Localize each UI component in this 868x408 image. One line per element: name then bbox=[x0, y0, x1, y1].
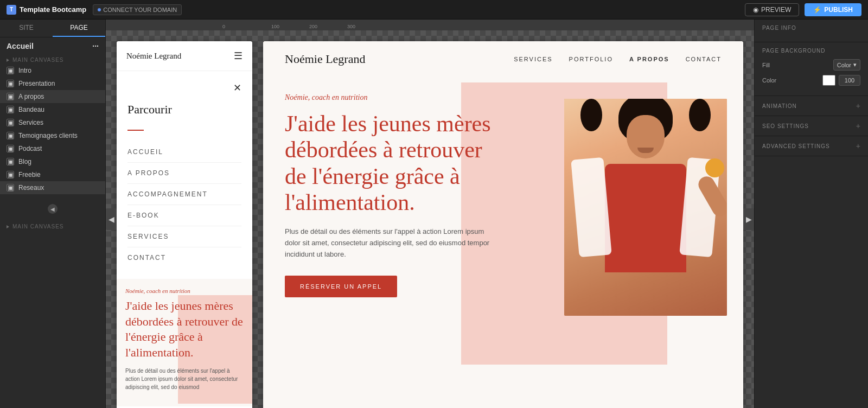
mobile-menu-item-accompagnement[interactable]: ACCOMPAGNEMENT bbox=[127, 184, 241, 205]
ruler-200: 200 bbox=[309, 24, 317, 29]
rp-animation-expand-icon: + bbox=[856, 101, 860, 110]
desktop-nav: Noémie Legrand SERVICES PORTFOLIO A PROP… bbox=[263, 41, 743, 77]
app-logo: T Template Bootcamp bbox=[7, 5, 86, 15]
domain-btn-label: CONNECT YOUR DOMAIN bbox=[103, 7, 177, 13]
mobile-menu-title: Parcourir bbox=[127, 103, 241, 117]
rp-seo-expand-icon: + bbox=[856, 122, 860, 130]
mobile-hero-subtitle: Noémie, coach en nutrition bbox=[125, 288, 244, 294]
mobile-menu-close-button[interactable]: ✕ bbox=[127, 82, 241, 94]
rp-advanced-section[interactable]: ADVANCED SETTINGS + bbox=[755, 136, 868, 156]
item-label-presentation: Presentation bbox=[18, 80, 55, 87]
rp-color-label: Color bbox=[762, 77, 776, 84]
rp-fill-type-value: Color bbox=[837, 62, 851, 68]
chevron-down-icon: ▾ bbox=[853, 61, 857, 68]
canvas-area: 0 100 200 300 ◀ Noémie Legrand ☰ ✕ Parco… bbox=[106, 20, 754, 408]
page-name-label: Accueil bbox=[7, 42, 34, 50]
rp-fill-type-select[interactable]: Color ▾ bbox=[833, 59, 860, 71]
canvas-scroll-right-button[interactable]: ▶ bbox=[743, 208, 754, 230]
section-label-main-canvases-1: MAIN CANVASES bbox=[0, 55, 105, 64]
nav-link-portfolio[interactable]: PORTFOLIO bbox=[569, 56, 613, 62]
publish-button[interactable]: ⚡ PUBLISH bbox=[805, 3, 861, 16]
sidebar-item-services[interactable]: ▣ Services bbox=[0, 116, 105, 129]
topbar-right: ◉ PREVIEW ⚡ PUBLISH bbox=[745, 3, 861, 16]
tab-site-label: SITE bbox=[19, 24, 34, 31]
mobile-menu-item-services[interactable]: SERVICES bbox=[127, 226, 241, 247]
sidebar-item-presentation[interactable]: ▣ Presentation bbox=[0, 77, 105, 90]
rp-color-swatch[interactable] bbox=[822, 75, 835, 86]
hamburger-icon[interactable]: ☰ bbox=[234, 50, 242, 62]
canvas-scroll-left-button[interactable]: ◀ bbox=[106, 208, 117, 230]
tab-site[interactable]: SITE bbox=[0, 20, 53, 37]
item-icon-reseaux: ▣ bbox=[7, 184, 14, 192]
desktop-hero-cta-button[interactable]: RÉSERVER UN APPEL bbox=[285, 276, 397, 297]
rp-page-info-label: PAGE INFO bbox=[762, 25, 860, 31]
nav-link-apropos[interactable]: A PROPOS bbox=[629, 56, 669, 62]
mobile-nav: Noémie Legrand ☰ bbox=[117, 41, 252, 71]
mobile-menu-item-accueil[interactable]: ACCUEIL bbox=[127, 142, 241, 163]
sidebar-item-intro[interactable]: ▣ Intro bbox=[0, 64, 105, 77]
collapse-section-button[interactable]: ◀ bbox=[43, 200, 62, 218]
rp-seo-section[interactable]: SEO SETTINGS + bbox=[755, 116, 868, 136]
desktop-hero-description: Plus de détail ou des éléments sur l'app… bbox=[285, 226, 491, 260]
item-icon-presentation: ▣ bbox=[7, 80, 14, 87]
rp-opacity-input[interactable]: 100 bbox=[839, 75, 860, 86]
right-panel: PAGE INFO PAGE BACKGROUND Fill Color ▾ C… bbox=[754, 20, 868, 408]
connect-domain-button[interactable]: CONNECT YOUR DOMAIN bbox=[93, 4, 182, 15]
nav-link-services[interactable]: SERVICES bbox=[514, 56, 552, 62]
rp-animation-label: ANIMATION bbox=[762, 103, 797, 109]
bolt-icon: ⚡ bbox=[813, 6, 821, 14]
sidebar-item-bandeau[interactable]: ▣ Bandeau bbox=[0, 103, 105, 116]
nav-link-contact[interactable]: CONTACT bbox=[686, 56, 722, 62]
publish-label: PUBLISH bbox=[824, 6, 853, 14]
rp-fill-row: Fill Color ▾ bbox=[762, 59, 860, 71]
preview-button[interactable]: ◉ PREVIEW bbox=[745, 3, 799, 16]
main-layout: SITE PAGE Accueil ··· MAIN CANVASES ▣ In… bbox=[0, 20, 868, 408]
item-icon-blog: ▣ bbox=[7, 158, 14, 165]
sidebar-item-podcast[interactable]: ▣ Podcast bbox=[0, 142, 105, 155]
sidebar-page-name: Accueil ··· bbox=[0, 37, 105, 55]
page-options-button[interactable]: ··· bbox=[92, 42, 99, 50]
rp-advanced-label: ADVANCED SETTINGS bbox=[762, 143, 830, 149]
rp-page-bg-label: PAGE BACKGROUND bbox=[762, 48, 860, 54]
ruler-100: 100 bbox=[271, 24, 279, 29]
sidebar-item-temoignages[interactable]: ▣ Temoignages clients bbox=[0, 129, 105, 142]
ruler-0: 0 bbox=[222, 24, 225, 29]
section-label-main-canvases-2: MAIN CANVASES bbox=[0, 221, 105, 231]
sidebar-item-blog[interactable]: ▣ Blog bbox=[0, 155, 105, 168]
desktop-hero-subtitle: Noémie, coach en nutrition bbox=[285, 93, 494, 102]
preview-label: PREVIEW bbox=[761, 6, 791, 14]
mobile-menu-item-contact[interactable]: CONTACT bbox=[127, 247, 241, 268]
ruler: 0 100 200 300 bbox=[106, 20, 754, 30]
mobile-site-title: Noémie Legrand bbox=[126, 52, 181, 61]
sidebar: SITE PAGE Accueil ··· MAIN CANVASES ▣ In… bbox=[0, 20, 106, 408]
desktop-hero-content: Noémie, coach en nutrition J'aide les je… bbox=[285, 77, 494, 343]
tab-page[interactable]: PAGE bbox=[53, 20, 105, 37]
item-label-temoignages: Temoignages clients bbox=[18, 132, 78, 139]
rp-animation-section[interactable]: ANIMATION + bbox=[755, 96, 868, 116]
desktop-preview-panel: Noémie Legrand SERVICES PORTFOLIO A PROP… bbox=[263, 41, 743, 408]
desktop-hero-section: Noémie, coach en nutrition J'aide les je… bbox=[263, 77, 743, 359]
item-label-apropos: A propos bbox=[18, 93, 44, 100]
rp-fill-control: Color ▾ bbox=[833, 59, 860, 71]
rp-advanced-expand-icon: + bbox=[856, 142, 860, 150]
tab-page-label: PAGE bbox=[70, 24, 87, 31]
desktop-hero-woman-image bbox=[564, 99, 727, 316]
mobile-menu-overlay: ✕ Parcourir ACCUEIL A PROPOS ACCOMPAGNEM… bbox=[117, 71, 252, 279]
domain-dot-icon bbox=[98, 8, 101, 11]
mobile-hero-section: Noémie, coach en nutrition J'aide les je… bbox=[117, 279, 252, 406]
rp-color-row: Color 100 bbox=[762, 75, 860, 86]
rp-page-info-section: PAGE INFO bbox=[755, 20, 868, 42]
mobile-menu-item-ebook[interactable]: E-BOOK bbox=[127, 205, 241, 226]
rp-seo-label: SEO SETTINGS bbox=[762, 123, 809, 129]
rp-fill-label: Fill bbox=[762, 62, 770, 68]
desktop-nav-links: SERVICES PORTFOLIO A PROPOS CONTACT bbox=[514, 56, 722, 62]
item-label-podcast: Podcast bbox=[18, 145, 42, 152]
sidebar-item-apropos[interactable]: ▣ A propos bbox=[0, 90, 105, 103]
item-label-bandeau: Bandeau bbox=[18, 106, 44, 113]
mobile-menu-item-apropos[interactable]: A PROPOS bbox=[127, 163, 241, 184]
sidebar-item-freebie[interactable]: ▣ Freebie bbox=[0, 168, 105, 181]
topbar-left: T Template Bootcamp CONNECT YOUR DOMAIN bbox=[7, 4, 182, 15]
sidebar-item-reseaux[interactable]: ▣ Reseaux bbox=[0, 181, 105, 194]
rp-color-control: 100 bbox=[822, 75, 860, 86]
desktop-hero-title: J'aide les jeunes mères débordées à retr… bbox=[285, 111, 494, 215]
